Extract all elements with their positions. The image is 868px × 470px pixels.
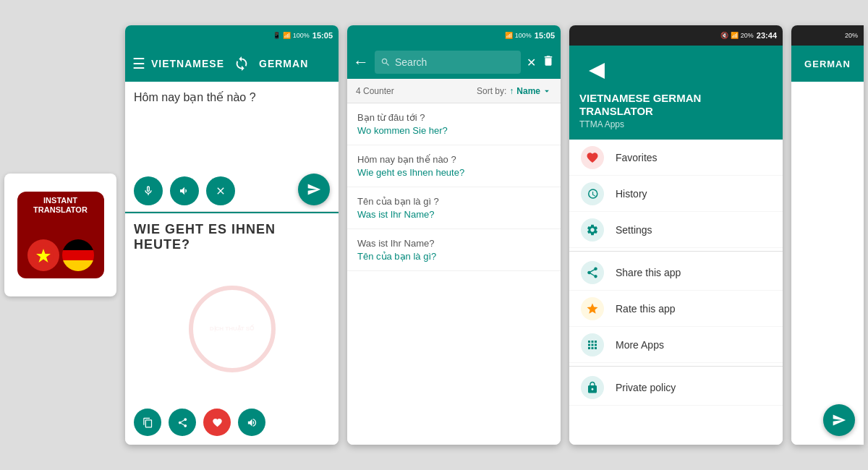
battery-text-2: 100% [515, 32, 532, 39]
search-input-wrapper: Search [375, 51, 521, 74]
mute-icon: 🔇 [720, 32, 728, 39]
status-time-3: 23:44 [757, 31, 777, 40]
more-apps-icon [581, 333, 604, 356]
menu-button[interactable]: ☰ [132, 55, 145, 72]
sort-label: Sort by: [477, 86, 506, 96]
search-bar: ← Search ✕ [347, 46, 561, 79]
status-bar-2: 📶 100% 15:05 [347, 25, 561, 46]
search-clear-button[interactable]: ✕ [527, 56, 536, 69]
menu-item-more-apps[interactable]: More Apps [569, 327, 783, 363]
share-icon [581, 261, 604, 284]
sort-bar: 4 Counter Sort by: ↑ Name [347, 79, 561, 103]
status-bar-1: 📱 📶 100% 15:05 [125, 25, 339, 46]
menu-item-history[interactable]: History [569, 176, 783, 212]
history-translated-2: Wie geht es Ihnen heute? [357, 167, 550, 178]
status-bar-3: 🔇 📶 20% 23:44 [569, 25, 783, 46]
menu-item-privacy[interactable]: Private policy [569, 369, 783, 406]
history-item-1[interactable]: Bạn từ đâu tới ? Wo kommen Sie her? [347, 103, 561, 145]
menu-item-share[interactable]: Share this app [569, 255, 783, 291]
clear-input-button[interactable] [206, 176, 235, 205]
partial-translate-button[interactable] [823, 404, 855, 436]
translation-input[interactable]: Hôm nay bạn thế nào ? [134, 90, 330, 171]
menu-app-title: VIETNAMESE GERMAN TRANSLATOR [579, 92, 701, 118]
app-icon-card: INSTANT TRANSLATOR [4, 174, 116, 296]
history-item-4[interactable]: Was ist Ihr Name? Tên của bạn là gì? [347, 229, 561, 271]
lang-to-label: GERMAN [259, 58, 308, 69]
rate-icon [581, 297, 604, 320]
speaker-button-output[interactable] [238, 409, 265, 436]
phone-menu: 🔇 📶 20% 23:44 VIETNAMESE GERMAN TRANSLAT… [569, 25, 783, 445]
app-icon-title: INSTANT TRANSLATOR [17, 196, 104, 215]
flag-germany [62, 239, 94, 271]
battery-text-1: 100% [293, 32, 310, 39]
translate-button[interactable] [298, 174, 330, 205]
sort-name-label[interactable]: Name [516, 86, 540, 96]
status-icons-1: 📱 📶 100% [273, 32, 310, 39]
history-original-2: Hôm nay bạn thế nào ? [357, 154, 550, 165]
settings-label: Settings [616, 224, 652, 236]
partial-lang-label: GERMAN [804, 59, 851, 69]
menu-divider-2 [569, 366, 783, 367]
partial-status-bar: 20% [791, 25, 864, 46]
history-item-3[interactable]: Tên của bạn là gì ? Was ist Ihr Name? [347, 187, 561, 229]
history-label: History [616, 188, 647, 200]
history-counter: 4 Counter [356, 86, 477, 96]
sort-dropdown-icon[interactable] [542, 86, 552, 96]
input-area: Hôm nay bạn thế nào ? [125, 82, 339, 212]
favorites-label: Favorites [616, 152, 658, 163]
status-time-1: 15:05 [312, 31, 333, 40]
partial-toolbar: GERMAN [791, 46, 864, 82]
watermark: DỊCH THUẬT SỐ [189, 286, 276, 372]
output-area: DỊCH THUẬT SỐ WIE GEHT ES IHNEN HEUTE? [125, 212, 339, 445]
phone-icon: 📱 [273, 32, 281, 39]
copy-button[interactable] [134, 409, 161, 436]
menu-item-settings[interactable]: Settings [569, 212, 783, 248]
status-icons-2: 📶 100% [505, 32, 532, 39]
mic-button[interactable] [134, 176, 163, 205]
settings-icon [581, 218, 604, 242]
history-list: Bạn từ đâu tới ? Wo kommen Sie her? Hôm … [347, 103, 561, 445]
app-icon-image: INSTANT TRANSLATOR [17, 192, 104, 278]
share-output-button[interactable] [169, 409, 196, 436]
history-item-2[interactable]: Hôm nay bạn thế nào ? Wie geht es Ihnen … [347, 145, 561, 187]
sort-arrow: ↑ [509, 86, 514, 96]
menu-list: Favorites History Settings [569, 140, 783, 445]
page-wrapper: INSTANT TRANSLATOR [0, 0, 868, 470]
speaker-button-input[interactable] [170, 176, 199, 205]
input-controls-row [134, 171, 330, 205]
search-delete-button[interactable] [542, 54, 555, 70]
output-controls [134, 409, 265, 436]
status-time-2: 15:05 [535, 31, 555, 40]
menu-item-rate[interactable]: Rate this app [569, 291, 783, 327]
phone-partial: 20% GERMAN [791, 25, 864, 445]
back-button[interactable]: ← [353, 53, 369, 72]
svg-marker-2 [589, 63, 605, 79]
favorites-icon [581, 146, 604, 169]
lang-from-label: VIETNAMESE [151, 58, 224, 69]
menu-app-icon [579, 56, 614, 86]
favorite-button[interactable] [203, 409, 231, 436]
flag-vietnam [27, 239, 59, 271]
history-translated-1: Wo kommen Sie her? [357, 125, 550, 136]
search-icon [380, 57, 391, 67]
phone-translator: 📱 📶 100% 15:05 ☰ VIETNAMESE GERMAN Hôm n… [125, 25, 339, 445]
history-original-4: Was ist Ihr Name? [357, 238, 550, 249]
toolbar-1: ☰ VIETNAMESE GERMAN [125, 46, 339, 82]
history-original-3: Tên của bạn là gì ? [357, 196, 550, 207]
history-translated-4: Tên của bạn là gì? [357, 251, 550, 262]
translation-output: WIE GEHT ES IHNEN HEUTE? [134, 222, 330, 252]
search-placeholder[interactable]: Search [395, 56, 427, 68]
history-icon [581, 182, 604, 205]
partial-body [791, 82, 864, 445]
signal-icon: 📶 [283, 32, 291, 39]
menu-developer: TTMA Apps [579, 119, 624, 129]
swap-languages-button[interactable] [230, 52, 253, 75]
menu-item-favorites[interactable]: Favorites [569, 140, 783, 176]
more-apps-label: More Apps [616, 339, 664, 351]
battery-text-3: 20% [741, 32, 754, 39]
phone-history: 📶 100% 15:05 ← Search ✕ 4 Counter Sort b [347, 25, 561, 445]
rate-app-label: Rate this app [616, 303, 676, 315]
signal-icon-3: 📶 [731, 32, 739, 39]
signal-icon-2: 📶 [505, 32, 513, 39]
menu-header: VIETNAMESE GERMAN TRANSLATOR TTMA Apps [569, 46, 783, 140]
